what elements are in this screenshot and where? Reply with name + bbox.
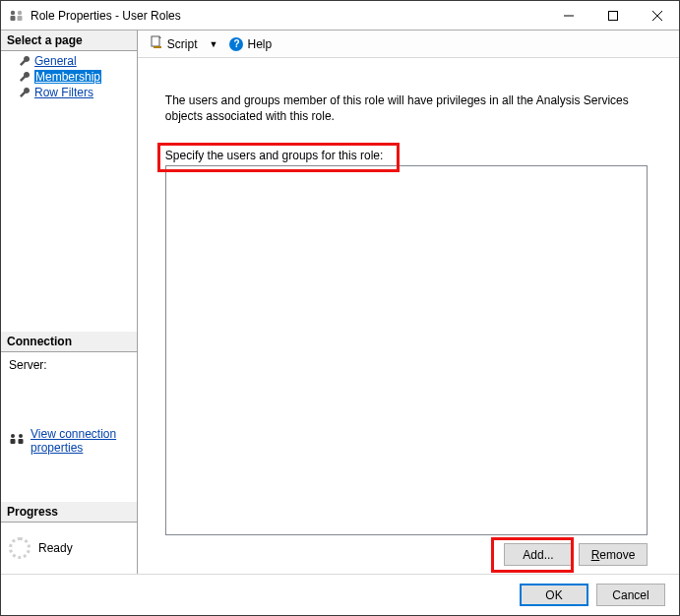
svg-rect-3 — [18, 16, 23, 21]
script-dropdown[interactable]: ▼ — [208, 39, 220, 49]
script-button[interactable]: Script — [146, 33, 202, 54]
description-text: The users and groups member of this role… — [165, 93, 648, 124]
titlebar: Role Properties - User Roles — [1, 1, 679, 31]
close-button[interactable] — [635, 1, 679, 30]
cancel-button[interactable]: Cancel — [596, 584, 665, 606]
progress-header: Progress — [1, 502, 137, 523]
svg-rect-11 — [19, 439, 24, 444]
script-icon — [150, 35, 163, 52]
toolbar: Script ▼ ? Help — [138, 31, 679, 58]
sidebar-item-row-filters[interactable]: Row Filters — [5, 85, 133, 100]
connection-icon — [9, 433, 25, 450]
remove-button[interactable]: Remove — [579, 543, 648, 566]
help-button[interactable]: ? Help — [225, 35, 276, 53]
sidebar-item-label: General — [34, 54, 77, 68]
svg-point-0 — [11, 10, 15, 14]
progress-status: Ready — [38, 541, 73, 555]
sidebar-item-label: Membership — [34, 70, 101, 84]
sidebar: Select a page General Membership — [1, 31, 138, 574]
add-button[interactable]: Add... — [504, 543, 573, 566]
dialog-footer: OK Cancel — [1, 574, 679, 615]
script-label: Script — [167, 37, 198, 51]
svg-rect-12 — [152, 36, 159, 46]
ok-button[interactable]: OK — [520, 584, 588, 606]
window-title: Role Properties - User Roles — [31, 9, 181, 23]
members-listbox[interactable] — [165, 165, 648, 535]
svg-rect-9 — [11, 439, 16, 444]
help-icon: ? — [229, 37, 243, 51]
svg-point-8 — [11, 434, 15, 438]
sidebar-item-general[interactable]: General — [5, 53, 133, 69]
server-label: Server: — [9, 358, 129, 372]
wrench-icon — [19, 71, 31, 83]
view-connection-properties-link[interactable]: View connection properties — [31, 427, 129, 455]
sidebar-item-label: Row Filters — [34, 86, 93, 99]
help-label: Help — [247, 37, 272, 51]
svg-rect-1 — [11, 16, 16, 21]
minimize-button[interactable] — [546, 1, 590, 30]
svg-point-10 — [19, 434, 23, 438]
progress-spinner-icon — [9, 537, 31, 559]
connection-header: Connection — [1, 332, 137, 352]
main-panel: Script ▼ ? Help The users and groups mem… — [138, 31, 679, 574]
dialog-window: Role Properties - User Roles Select a pa… — [0, 0, 680, 616]
app-icon — [9, 8, 25, 24]
svg-rect-5 — [608, 11, 617, 20]
select-page-header: Select a page — [1, 31, 137, 51]
specify-label: Specify the users and groups for this ro… — [165, 148, 383, 163]
page-list: General Membership Row Filters — [1, 51, 137, 102]
wrench-icon — [19, 87, 31, 98]
maximize-button[interactable] — [590, 1, 635, 30]
sidebar-item-membership[interactable]: Membership — [5, 69, 133, 85]
wrench-icon — [19, 55, 31, 67]
chevron-down-icon: ▼ — [210, 39, 218, 49]
svg-point-2 — [18, 10, 22, 14]
